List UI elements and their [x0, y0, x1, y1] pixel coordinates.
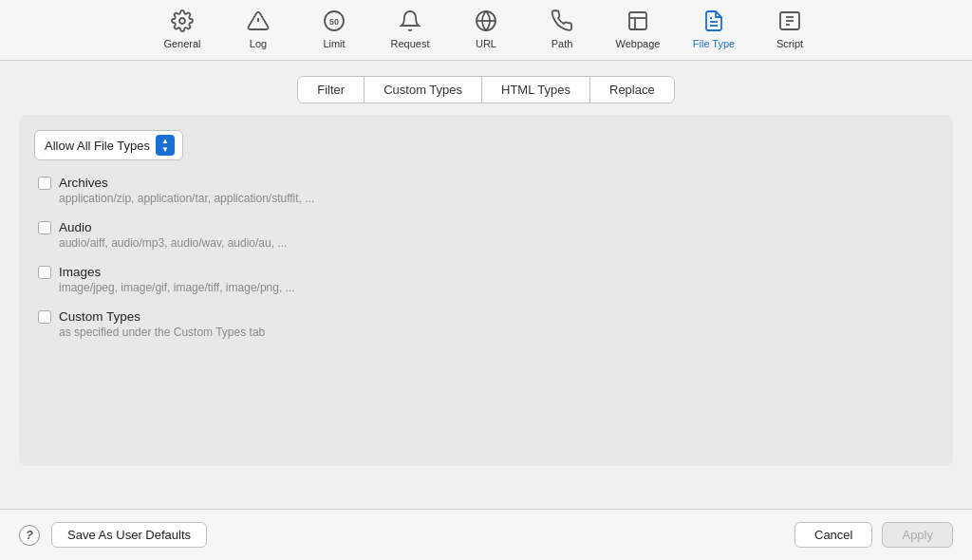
bottom-bar: ? Save As User Defaults Cancel Apply: [0, 509, 972, 560]
toolbar: General Log 50 Limit Req: [0, 0, 972, 61]
tab-custom-types[interactable]: Custom Types: [364, 77, 482, 103]
save-defaults-button[interactable]: Save As User Defaults: [51, 522, 207, 548]
dropdown-label: Allow All File Types: [45, 139, 150, 153]
checkbox-audio-label: Audio: [59, 220, 92, 234]
toolbar-limit-label: Limit: [323, 38, 345, 50]
checkbox-row-audio: Audio: [38, 220, 934, 234]
content-panel: Allow All File Types ▲ ▼ Archives applic…: [19, 115, 953, 466]
svg-text:50: 50: [329, 17, 339, 27]
warning-icon: [247, 9, 270, 36]
list-item: Audio audio/aiff, audio/mp3, audio/wav, …: [38, 220, 934, 250]
limit-icon: 50: [323, 9, 346, 36]
tab-group: Filter Custom Types HTML Types Replace: [297, 76, 674, 103]
list-item: Custom Types as specified under the Cust…: [38, 309, 934, 339]
path-icon: [551, 9, 573, 36]
globe-icon: [475, 9, 497, 36]
filetype-icon: [702, 9, 725, 36]
checkbox-archives-subtitle: application/zip, application/tar, applic…: [59, 192, 934, 205]
toolbar-path-label: Path: [551, 38, 573, 50]
apply-label: Apply: [902, 528, 933, 542]
tab-html-types[interactable]: HTML Types: [482, 77, 590, 103]
toolbar-filetype-label: File Type: [693, 38, 735, 50]
help-label: ?: [26, 528, 33, 542]
tab-filter[interactable]: Filter: [298, 77, 364, 103]
list-item: Archives application/zip, application/ta…: [38, 176, 934, 205]
toolbar-item-limit[interactable]: 50 Limit: [296, 2, 372, 59]
stepper-up-icon: ▲: [161, 138, 169, 145]
checkbox-custom-types[interactable]: [38, 310, 51, 324]
script-icon: [778, 9, 801, 36]
toolbar-item-url[interactable]: URL: [448, 2, 524, 59]
toolbar-item-request[interactable]: Request: [372, 2, 448, 59]
checkbox-archives-label: Archives: [59, 176, 108, 190]
toolbar-request-label: Request: [391, 38, 430, 50]
toolbar-url-label: URL: [476, 38, 496, 50]
toolbar-webpage-label: Webpage: [616, 38, 661, 50]
toolbar-item-log[interactable]: Log: [220, 2, 296, 59]
toolbar-general-label: General: [163, 38, 200, 50]
toolbar-item-script[interactable]: Script: [752, 2, 828, 59]
filetype-dropdown[interactable]: Allow All File Types ▲ ▼: [34, 130, 183, 160]
save-defaults-label: Save As User Defaults: [67, 528, 191, 542]
cancel-label: Cancel: [814, 528, 852, 542]
checkbox-row-custom-types: Custom Types: [38, 309, 934, 324]
bottom-right: Cancel Apply: [794, 522, 953, 548]
cancel-button[interactable]: Cancel: [794, 522, 872, 548]
bottom-left: ? Save As User Defaults: [19, 522, 207, 548]
list-item: Images image/jpeg, image/gif, image/tiff…: [38, 265, 934, 294]
toolbar-log-label: Log: [250, 38, 267, 50]
checkbox-images-subtitle: image/jpeg, image/gif, image/tiff, image…: [59, 281, 934, 294]
main-content: Filter Custom Types HTML Types Replace A…: [0, 61, 972, 509]
apply-button[interactable]: Apply: [882, 522, 953, 548]
toolbar-item-filetype[interactable]: File Type: [676, 2, 752, 59]
stepper-down-icon: ▼: [161, 146, 169, 154]
gear-icon: [171, 9, 194, 36]
checkbox-audio-subtitle: audio/aiff, audio/mp3, audio/wav, audio/…: [59, 236, 934, 250]
checkbox-list: Archives application/zip, application/ta…: [34, 176, 938, 339]
help-button[interactable]: ?: [19, 525, 40, 546]
tab-replace[interactable]: Replace: [590, 77, 674, 103]
svg-point-0: [179, 18, 185, 24]
svg-rect-7: [629, 12, 646, 29]
webpage-icon: [626, 9, 649, 36]
bell-icon: [399, 9, 421, 36]
checkbox-archives[interactable]: [38, 177, 51, 190]
dropdown-stepper[interactable]: ▲ ▼: [156, 135, 175, 156]
tab-bar: Filter Custom Types HTML Types Replace: [19, 76, 953, 103]
checkbox-row-archives: Archives: [38, 176, 934, 190]
checkbox-images[interactable]: [38, 266, 51, 279]
toolbar-item-path[interactable]: Path: [524, 2, 600, 59]
toolbar-item-webpage[interactable]: Webpage: [600, 2, 676, 59]
checkbox-images-label: Images: [59, 265, 101, 279]
checkbox-custom-types-label: Custom Types: [59, 309, 140, 324]
checkbox-custom-types-subtitle: as specified under the Custom Types tab: [59, 326, 934, 339]
checkbox-audio[interactable]: [38, 221, 51, 234]
toolbar-script-label: Script: [776, 38, 803, 50]
toolbar-item-general[interactable]: General: [144, 2, 220, 59]
checkbox-row-images: Images: [38, 265, 934, 279]
